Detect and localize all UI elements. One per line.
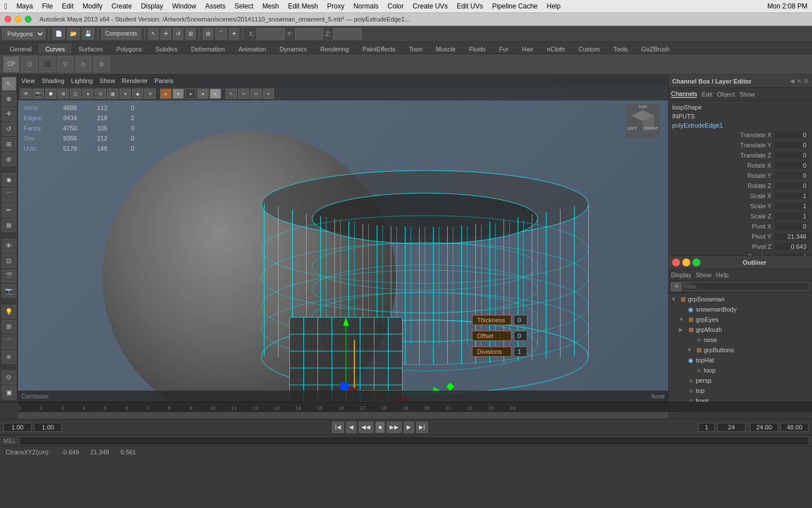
shelf-icon-6[interactable]: ⊙ xyxy=(94,56,109,72)
cb-attr-row[interactable]: Pivot Y21.348 xyxy=(669,231,812,242)
prev-key-btn[interactable]: |◀ xyxy=(332,422,344,433)
shelf-icon-3[interactable]: ⬛ xyxy=(39,56,55,72)
offset-label[interactable]: Offset xyxy=(472,331,511,341)
cb-icon-arrow[interactable]: ◀ xyxy=(790,78,795,84)
cb-attr-value[interactable]: 0 xyxy=(775,182,809,189)
create-uvs-menu[interactable]: Create UVs xyxy=(413,2,448,10)
snap-point[interactable]: ✦ xyxy=(229,28,239,40)
cb-icon-close[interactable]: ✕ xyxy=(797,78,801,84)
camera-tool[interactable]: 📷 xyxy=(2,284,16,298)
cb-attr-row[interactable]: Scale X1 xyxy=(669,191,812,201)
pipeline-cache-menu[interactable]: Pipeline Cache xyxy=(492,2,538,10)
scale-tool[interactable]: ⊞ xyxy=(186,28,196,40)
assets-menu[interactable]: Assets xyxy=(205,2,226,10)
shelf-tab-deformation[interactable]: Deformation xyxy=(185,44,231,54)
shelf-tab-animation[interactable]: Animation xyxy=(232,44,272,54)
show-hide-tool[interactable]: 👁 xyxy=(2,239,16,253)
outliner-search[interactable] xyxy=(682,282,810,291)
cb-attr-row[interactable]: Rotate Y0 xyxy=(669,170,812,181)
outliner-item[interactable]: ○top xyxy=(669,386,812,396)
play-back-btn[interactable]: ◀◀ xyxy=(359,422,373,433)
vp-shading-3[interactable]: ● xyxy=(185,89,196,99)
cb-tab-channels[interactable]: Channels xyxy=(671,90,697,98)
cb-tab-object[interactable]: Object xyxy=(717,91,735,98)
cb-attr-value[interactable]: 0 xyxy=(775,172,809,179)
outliner-item[interactable]: ▶⊞grpMouth xyxy=(669,325,812,335)
mode-select[interactable]: Polygons xyxy=(2,28,45,40)
next-key-btn[interactable]: ▶| xyxy=(416,422,428,433)
outliner-item[interactable]: ○persp xyxy=(669,375,812,386)
scale-tool-left[interactable]: ⊞ xyxy=(2,137,16,151)
shelf-icon-1[interactable]: CP xyxy=(3,56,19,72)
shelf-tab-fur[interactable]: Fur xyxy=(493,44,515,54)
vp-wireframe[interactable]: ◫ xyxy=(70,89,81,99)
maya-menu[interactable]: Maya xyxy=(16,2,33,10)
color-menu[interactable]: Color xyxy=(387,2,404,10)
end-a-field[interactable] xyxy=(750,423,778,432)
outliner-item[interactable]: ▼⊞grpButtons xyxy=(669,345,812,355)
shelf-icon-5[interactable]: ◇ xyxy=(76,56,91,72)
shelf-tab-toon[interactable]: Toon xyxy=(403,44,429,54)
cb-attr-row[interactable]: Translate Y0 xyxy=(669,140,812,150)
cb-attr-value[interactable]: 1 xyxy=(775,203,809,209)
thickness-value[interactable]: 0 xyxy=(514,315,527,325)
prev-frame-btn[interactable]: ◀ xyxy=(346,422,356,433)
stop-btn[interactable]: ■ xyxy=(376,422,385,433)
edit-uvs-menu[interactable]: Edit UVs xyxy=(457,2,483,10)
ol-tool-refresh[interactable]: ↺ xyxy=(671,282,681,291)
shelf-tab-dynamics[interactable]: Dynamics xyxy=(273,44,313,54)
shelf-tab-hair[interactable]: Hair xyxy=(516,44,540,54)
outliner-close-btn[interactable] xyxy=(672,259,680,266)
outliner-item[interactable]: ○nose xyxy=(669,335,812,345)
outliner-item[interactable]: ◉snowmanBody xyxy=(669,304,812,314)
x-field[interactable] xyxy=(257,28,285,40)
show-menu[interactable]: Show xyxy=(100,77,116,84)
end-b-field[interactable] xyxy=(780,423,809,432)
vp-tool-2[interactable]: 📷 xyxy=(33,89,44,99)
shelf-tab-curves[interactable]: Curves xyxy=(39,44,71,54)
apple-menu[interactable]:  xyxy=(5,2,7,11)
renderer-menu[interactable]: Renderer xyxy=(122,77,148,84)
outliner-item[interactable]: ▼⊞grpEyes xyxy=(669,314,812,325)
edit-menu[interactable]: Edit xyxy=(62,2,74,10)
shelf-tab-general[interactable]: General xyxy=(3,44,38,54)
shelf-tab-subdivs[interactable]: Subdivs xyxy=(149,44,184,54)
cb-attr-row[interactable]: Translate X0 xyxy=(669,130,812,140)
shelf-icon-4[interactable]: ▽ xyxy=(58,56,73,72)
thickness-label[interactable]: Thickness xyxy=(472,315,511,325)
save-icon[interactable]: 💾 xyxy=(82,28,94,40)
rotate-tool[interactable]: ↺ xyxy=(173,28,183,40)
rotate-tool-left[interactable]: ↺ xyxy=(2,122,16,136)
cb-attr-value[interactable]: 0 xyxy=(775,152,809,159)
curve-tool-panel[interactable]: ⌒ xyxy=(2,335,16,349)
vp-multi-cut[interactable]: ✂ xyxy=(238,89,249,99)
cb-attr-value[interactable]: 0 xyxy=(775,223,809,230)
timeline-bar[interactable] xyxy=(0,412,812,419)
offset-value[interactable]: 0 xyxy=(514,331,527,341)
cb-attr-value[interactable]: 0 xyxy=(775,132,809,138)
vp-select-mode[interactable]: ↖ xyxy=(226,89,237,99)
components-button[interactable]: Components xyxy=(102,28,141,40)
render-tool[interactable]: 🎬 xyxy=(2,269,16,283)
sculpt-tool[interactable]: ⊠ xyxy=(2,218,16,233)
lighting-menu[interactable]: Lighting xyxy=(71,77,93,84)
outliner-item[interactable]: ◉topHat xyxy=(669,355,812,365)
edit-mesh-menu[interactable]: Edit Mesh xyxy=(288,2,318,10)
cb-tab-edit[interactable]: Edit xyxy=(701,91,712,98)
cb-tab-show[interactable]: Show xyxy=(739,91,755,98)
y-field[interactable] xyxy=(295,28,323,40)
vp-shading-2[interactable]: ● xyxy=(173,89,184,99)
vp-light-on[interactable]: ☀ xyxy=(144,89,156,99)
cb-node-name[interactable]: polyExtrudeEdge1 xyxy=(669,121,812,130)
maximize-button[interactable] xyxy=(25,16,32,23)
cb-attr-value[interactable]: 1 xyxy=(775,213,809,220)
mel-input[interactable] xyxy=(20,436,809,445)
lasso-tool[interactable]: ⌒ xyxy=(2,188,16,202)
cb-attr-value[interactable]: 1 xyxy=(775,192,809,199)
cloth-tool[interactable]: ≋ xyxy=(2,350,16,364)
view-menu[interactable]: View xyxy=(21,77,35,84)
light-tool[interactable]: 💡 xyxy=(2,305,16,319)
divisions-label[interactable]: Divisions xyxy=(472,347,511,357)
shelf-tab-gozbrush[interactable]: GoZBrush xyxy=(635,44,676,54)
cb-attr-value[interactable]: 0 xyxy=(775,162,809,169)
